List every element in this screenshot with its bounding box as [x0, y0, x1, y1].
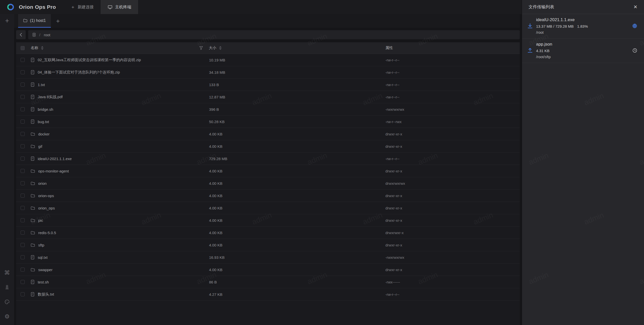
new-tab-button[interactable]: ＋: [51, 14, 65, 28]
select-all-checkbox[interactable]: [21, 46, 25, 50]
file-name[interactable]: 1.txt: [38, 83, 45, 87]
table-row[interactable]: sftp 4.00 KB drwxr-xr-x: [16, 239, 520, 251]
tab-host1[interactable]: (1) host1: [18, 14, 51, 28]
table-row[interactable]: orion 4.00 KB drwxrwxrwx: [16, 177, 520, 190]
file-name[interactable]: 数据头.txt: [38, 292, 54, 297]
app-root: Orion Ops Pro ＋ 新建连接 主机终端 ＋: [0, 0, 644, 325]
new-connection-button[interactable]: ＋ 新建连接: [63, 0, 101, 14]
transfer-item[interactable]: app.json 4.31 KB /root/sftp: [522, 39, 644, 63]
table-row[interactable]: orion-ops 4.00 KB drwxr-xr-x: [16, 190, 520, 202]
row-checkbox[interactable]: [21, 268, 25, 272]
table-row[interactable]: Java 8实战.pdf 12.87 MB -rw-r--r--: [16, 91, 520, 103]
file-size: 4.00 KB: [199, 181, 385, 186]
table-row[interactable]: swapper 4.00 KB drwxr-xr-x: [16, 264, 520, 276]
main-area: (1) host1 ＋: [14, 14, 522, 325]
file-size: 10.19 MB: [199, 58, 385, 62]
close-icon[interactable]: ✕: [633, 5, 637, 9]
size-sorter[interactable]: [219, 46, 222, 50]
row-checkbox[interactable]: [21, 70, 25, 74]
row-checkbox[interactable]: [21, 83, 25, 87]
file-name[interactable]: redis-5.0.5: [38, 231, 56, 235]
breadcrumb-root[interactable]: root: [44, 33, 50, 37]
file-attr: -rw-r--r--: [385, 70, 520, 75]
table-row[interactable]: bridge.sh 396 B -rwxrwxrwx: [16, 103, 520, 116]
table-row[interactable]: bug.txt 50.28 KB -rw-r--rwx: [16, 116, 520, 128]
file-name[interactable]: bug.txt: [38, 120, 49, 124]
row-checkbox[interactable]: [21, 194, 25, 198]
file-table: 名称 大小: [16, 42, 520, 325]
file-name[interactable]: bridge.sh: [38, 107, 53, 112]
table-row[interactable]: pic 4.00 KB drwxr-xr-x: [16, 214, 520, 227]
file-attr: drwxr-xr-x: [385, 218, 520, 223]
file-name[interactable]: orion: [38, 181, 47, 186]
file-name[interactable]: docker: [38, 132, 50, 136]
file-name[interactable]: orion-ops: [38, 194, 54, 198]
file-name[interactable]: sftp: [38, 243, 44, 247]
host-terminal-tab[interactable]: 主机终端: [101, 0, 138, 14]
download-icon: [524, 23, 536, 29]
file-name[interactable]: orion_ops: [38, 206, 55, 210]
file-name[interactable]: ops-monitor-agent: [38, 169, 69, 173]
row-checkbox[interactable]: [21, 120, 25, 124]
row-checkbox[interactable]: [21, 206, 25, 210]
transfer-path: /root/sftp: [536, 55, 629, 59]
row-checkbox[interactable]: [21, 292, 25, 296]
gear-icon[interactable]: ⚙: [4, 313, 10, 319]
folder-icon: [31, 132, 35, 136]
command-icon[interactable]: ⌘: [4, 270, 10, 276]
file-name[interactable]: Java 8实战.pdf: [38, 95, 63, 99]
table-row[interactable]: ops-monitor-agent 4.00 KB drwxr-xr-x: [16, 165, 520, 177]
folder-icon: [31, 169, 35, 173]
filter-icon[interactable]: [199, 46, 203, 50]
list-icon[interactable]: [32, 33, 36, 37]
row-checkbox[interactable]: [21, 243, 25, 247]
table-row[interactable]: 1.txt 133 B -rw-r--r--: [16, 79, 520, 91]
row-checkbox[interactable]: [21, 255, 25, 259]
file-name[interactable]: swapper: [38, 268, 53, 272]
file-name[interactable]: 02_互联网Java工程师面试突击训练课程第一季的内容说明.zip: [38, 58, 141, 62]
table-row[interactable]: orion_ops 4.00 KB drwxr-xr-x: [16, 202, 520, 214]
back-button[interactable]: [16, 30, 26, 39]
transfer-size: 13.37 MB / 729.28 MB: [536, 24, 574, 28]
table-row[interactable]: ideaIU-2021.1.1.exe 729.28 MB -rw-r--r--: [16, 153, 520, 165]
top-bar: Orion Ops Pro ＋ 新建连接 主机终端: [0, 0, 522, 14]
palette-icon[interactable]: [4, 299, 10, 305]
table-row[interactable]: sql.txt 16.93 KB -rwxrwxrwx: [16, 251, 520, 264]
row-checkbox[interactable]: [21, 132, 25, 136]
table-row[interactable]: 04_体验一下面试官对于消息队列的7个连环炮.zip 34.18 MB -rw-…: [16, 66, 520, 79]
file-name[interactable]: 04_体验一下面试官对于消息队列的7个连环炮.zip: [38, 70, 120, 75]
file-attr: -rw-r--r--: [385, 83, 520, 87]
row-checkbox[interactable]: [21, 169, 25, 173]
file-size: 16.93 KB: [199, 255, 385, 260]
row-checkbox[interactable]: [21, 58, 25, 62]
file-icon: [31, 95, 34, 99]
upload-icon: [524, 47, 536, 53]
plus-icon: ＋: [70, 4, 75, 10]
row-checkbox[interactable]: [21, 157, 25, 161]
table-row[interactable]: redis-5.0.5 4.00 KB drwxrwxr-x: [16, 227, 520, 239]
file-name[interactable]: gif: [38, 144, 42, 149]
row-checkbox[interactable]: [21, 95, 25, 99]
row-checkbox[interactable]: [21, 218, 25, 222]
file-size: 4.00 KB: [199, 268, 385, 272]
rail-add-button[interactable]: ＋: [4, 17, 10, 24]
table-row[interactable]: test.sh 86 B -rwx------: [16, 276, 520, 288]
row-checkbox[interactable]: [21, 181, 25, 185]
file-size: 4.00 KB: [199, 218, 385, 223]
row-checkbox[interactable]: [21, 107, 25, 111]
row-checkbox[interactable]: [21, 144, 25, 148]
row-checkbox[interactable]: [21, 231, 25, 235]
file-name[interactable]: sql.txt: [38, 255, 48, 260]
file-name[interactable]: ideaIU-2021.1.1.exe: [38, 157, 72, 161]
name-sorter[interactable]: [41, 46, 44, 50]
table-row[interactable]: docker 4.00 KB drwxr-xr-x: [16, 128, 520, 140]
file-name[interactable]: pic: [38, 218, 43, 223]
row-checkbox[interactable]: [21, 280, 25, 284]
stamp-icon[interactable]: [4, 284, 10, 290]
file-name[interactable]: test.sh: [38, 280, 49, 284]
transfer-item[interactable]: ideaIU-2021.1.1.exe 13.37 MB / 729.28 MB…: [522, 14, 644, 39]
table-row[interactable]: 数据头.txt 4.27 KB -rw-r--r--: [16, 288, 520, 301]
table-row[interactable]: gif 4.00 KB drwxr-xr-x: [16, 140, 520, 153]
table-row[interactable]: 02_互联网Java工程师面试突击训练课程第一季的内容说明.zip 10.19 …: [16, 54, 520, 66]
file-table-body: 02_互联网Java工程师面试突击训练课程第一季的内容说明.zip 10.19 …: [16, 54, 520, 301]
